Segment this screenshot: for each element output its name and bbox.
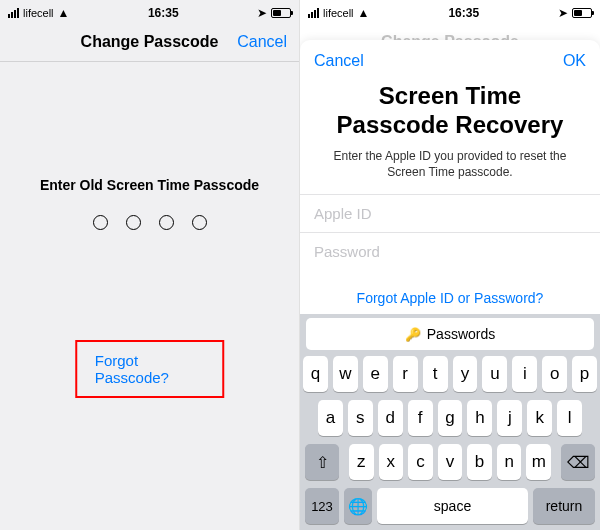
key-w[interactable]: w xyxy=(333,356,358,392)
key-q[interactable]: q xyxy=(303,356,328,392)
status-bar: lifecell ▲ 16:35 ➤ xyxy=(300,0,600,22)
status-bar: lifecell ▲ 16:35 ➤ xyxy=(0,0,299,22)
key-f[interactable]: f xyxy=(408,400,433,436)
nav-bar: Change Passcode Cancel xyxy=(0,22,299,62)
keyboard: 🔑 Passwords qwertyuiop asdfghjkl ⇧ zxcvb… xyxy=(300,314,600,530)
key-o[interactable]: o xyxy=(542,356,567,392)
carrier-label: lifecell xyxy=(23,7,54,19)
passcode-input[interactable] xyxy=(0,215,299,230)
key-c[interactable]: c xyxy=(408,444,433,480)
ok-button[interactable]: OK xyxy=(563,52,586,70)
clock-label: 16:35 xyxy=(148,6,179,20)
highlight-box: Forgot Passcode? xyxy=(75,340,225,398)
key-u[interactable]: u xyxy=(482,356,507,392)
key-n[interactable]: n xyxy=(497,444,522,480)
password-field[interactable]: Password xyxy=(300,232,600,270)
forgot-apple-id-link[interactable]: Forgot Apple ID or Password? xyxy=(300,270,600,320)
passcode-dot xyxy=(126,215,141,230)
passcode-dot xyxy=(159,215,174,230)
key-g[interactable]: g xyxy=(438,400,463,436)
key-row-bottom: 123 🌐 space return xyxy=(303,488,597,524)
key-t[interactable]: t xyxy=(423,356,448,392)
battery-icon xyxy=(271,8,291,18)
sheet-title: Screen TimePasscode Recovery xyxy=(300,76,600,148)
key-row-2: asdfghjkl xyxy=(303,400,597,436)
key-icon: 🔑 xyxy=(405,327,421,342)
clock-label: 16:35 xyxy=(448,6,479,20)
key-e[interactable]: e xyxy=(363,356,388,392)
cancel-button[interactable]: Cancel xyxy=(237,33,287,51)
numbers-key[interactable]: 123 xyxy=(305,488,339,524)
key-l[interactable]: l xyxy=(557,400,582,436)
key-x[interactable]: x xyxy=(379,444,404,480)
key-i[interactable]: i xyxy=(512,356,537,392)
key-h[interactable]: h xyxy=(467,400,492,436)
screen-change-passcode: lifecell ▲ 16:35 ➤ Change Passcode Cance… xyxy=(0,0,300,530)
key-j[interactable]: j xyxy=(497,400,522,436)
backspace-key[interactable]: ⌫ xyxy=(561,444,595,480)
forgot-passcode-link[interactable]: Forgot Passcode? xyxy=(95,352,205,386)
battery-icon xyxy=(572,8,592,18)
signal-icon xyxy=(8,8,19,18)
key-r[interactable]: r xyxy=(393,356,418,392)
key-z[interactable]: z xyxy=(349,444,374,480)
sheet-subtitle: Enter the Apple ID you provided to reset… xyxy=(300,148,600,194)
key-a[interactable]: a xyxy=(318,400,343,436)
apple-id-field[interactable]: Apple ID xyxy=(300,194,600,232)
signal-icon xyxy=(308,8,319,18)
key-k[interactable]: k xyxy=(527,400,552,436)
passcode-dot xyxy=(192,215,207,230)
key-v[interactable]: v xyxy=(438,444,463,480)
key-row-3: ⇧ zxcvbnm ⌫ xyxy=(303,444,597,480)
key-row-1: qwertyuiop xyxy=(303,356,597,392)
cancel-button[interactable]: Cancel xyxy=(314,52,364,70)
return-key[interactable]: return xyxy=(533,488,595,524)
key-s[interactable]: s xyxy=(348,400,373,436)
passwords-autofill-button[interactable]: 🔑 Passwords xyxy=(306,318,594,350)
space-key[interactable]: space xyxy=(377,488,528,524)
wifi-icon: ▲ xyxy=(58,7,70,19)
globe-key[interactable]: 🌐 xyxy=(344,488,372,524)
passcode-dot xyxy=(93,215,108,230)
wifi-icon: ▲ xyxy=(358,7,370,19)
key-d[interactable]: d xyxy=(378,400,403,436)
screen-passcode-recovery: lifecell ▲ 16:35 ➤ Change Passcode Cance… xyxy=(300,0,600,530)
key-y[interactable]: y xyxy=(453,356,478,392)
location-icon: ➤ xyxy=(558,6,568,20)
key-p[interactable]: p xyxy=(572,356,597,392)
key-m[interactable]: m xyxy=(526,444,551,480)
location-icon: ➤ xyxy=(257,6,267,20)
key-b[interactable]: b xyxy=(467,444,492,480)
carrier-label: lifecell xyxy=(323,7,354,19)
shift-key[interactable]: ⇧ xyxy=(305,444,339,480)
recovery-sheet: Cancel OK Screen TimePasscode Recovery E… xyxy=(300,40,600,320)
passcode-prompt: Enter Old Screen Time Passcode xyxy=(0,177,299,193)
